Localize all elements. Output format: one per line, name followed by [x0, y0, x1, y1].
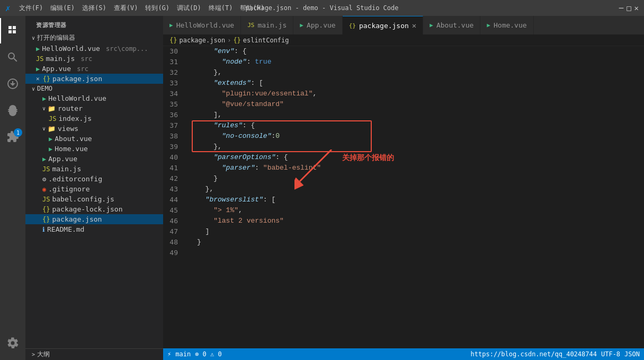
tree-babelconfig[interactable]: JS babel.config.js [25, 194, 163, 204]
tree-aboutvue[interactable]: ▶ About.vue [25, 134, 163, 144]
tab-packagejson-label: package.json [359, 22, 409, 30]
menu-bar[interactable]: 文件(F) 编辑(E) 选择(S) 查看(V) 转到(G) 调试(D) 终端(T… [19, 4, 265, 13]
status-url: https://blog.csdn.net/qq_40248744 [471, 350, 597, 358]
line-num-46: 46 [163, 216, 184, 226]
breadcrumb: {} package.json › {} eslintConfig [163, 34, 644, 46]
tab-aboutvue[interactable]: ▶ About.vue [423, 16, 480, 34]
title-bar: ✗ 文件(F) 编辑(E) 选择(S) 查看(V) 转到(G) 调试(D) 终端… [0, 0, 644, 16]
tree-views[interactable]: ∨ 📁 views [25, 124, 163, 134]
tab-close-packagejson[interactable]: ✕ [412, 21, 416, 30]
line-num-44: 44 [163, 195, 184, 205]
open-file-helloworld[interactable]: ▶ HelloWorld.vue src\comp... [25, 43, 163, 54]
code-line-41: "parser": "babel-eslint" [197, 163, 636, 173]
tree-indexjs[interactable]: JS index.js [25, 113, 163, 124]
tree-mainjs-label: main.js [52, 165, 81, 173]
tree-homevue-label: Home.vue [55, 145, 88, 153]
json-icon-pkg: {} [43, 75, 50, 83]
tree-editorconfig[interactable]: ⚙ .editorconfig [25, 174, 163, 184]
breadcrumb-json-icon2: {} [233, 37, 240, 44]
open-file-mainjs[interactable]: JS main.js src [25, 54, 163, 64]
tab-homevue[interactable]: ▶ Home.vue [480, 16, 533, 34]
tree-helloworld-label: HelloWorld.vue [48, 94, 106, 102]
tab-packagejson[interactable]: {} package.json ✕ [343, 16, 424, 34]
tree-mainjs[interactable]: JS main.js [25, 164, 163, 174]
code-line-40: "parserOptions": { [197, 152, 636, 163]
code-line-44: "browserslist": [ [197, 195, 636, 205]
vue-icon-app2: ▶ [42, 155, 46, 163]
menu-goto[interactable]: 转到(G) [145, 4, 169, 13]
tab-vue-icon-app: ▶ [300, 22, 303, 29]
js-icon-index: JS [49, 115, 56, 122]
close-button[interactable]: ✕ [634, 4, 639, 12]
activity-bar: 1 [0, 16, 25, 360]
open-file-packagejson-name: package.json [52, 75, 102, 83]
views-chevron: ∨ [42, 126, 46, 131]
tree-packagelockjson-label: package-lock.json [52, 205, 122, 213]
tab-appvue[interactable]: ▶ App.vue [293, 16, 342, 34]
breadcrumb-file[interactable]: package.json [179, 37, 225, 44]
line-num-42: 42 [163, 173, 184, 184]
code-line-36: ], [197, 110, 636, 120]
line-num-38: 38 [163, 131, 184, 142]
json-icon-pkg2: {} [42, 216, 50, 223]
vscode-icon: ✗ [5, 3, 11, 13]
tab-aboutvue-label: About.vue [436, 21, 473, 29]
tab-mainjs[interactable]: JS main.js [241, 16, 293, 34]
tree-homevue[interactable]: ▶ Home.vue [25, 144, 163, 154]
activity-git[interactable] [0, 71, 25, 96]
vue-icon-about: ▶ [49, 135, 52, 143]
menu-view[interactable]: 查看(V) [114, 4, 138, 13]
project-section[interactable]: ∨ DEMO [25, 84, 163, 93]
tree-helloworld[interactable]: ▶ HelloWorld.vue [25, 93, 163, 103]
tree-gitignore-label: .gitignore [48, 185, 90, 193]
code-line-33: "extends": [ [197, 78, 636, 89]
tree-router[interactable]: ∨ 📁 router [25, 103, 163, 113]
close-icon-pkg[interactable]: ✕ [36, 75, 40, 82]
line-num-48: 48 [163, 237, 184, 248]
line-num-39: 39 [163, 142, 184, 152]
activity-settings[interactable] [0, 330, 25, 356]
tab-vue-icon-home: ▶ [487, 22, 490, 29]
activity-extensions[interactable]: 1 [0, 124, 25, 150]
menu-select[interactable]: 选择(S) [82, 4, 106, 13]
tab-helloworld[interactable]: ▶ HelloWorld.vue [163, 16, 241, 34]
open-file-appvue[interactable]: ▶ App.vue src [25, 64, 163, 74]
tab-appvue-label: App.vue [307, 21, 336, 29]
js-icon-babel: JS [42, 196, 50, 203]
menu-debug[interactable]: 调试(D) [177, 4, 201, 13]
line-num-30: 30 [163, 46, 184, 57]
menu-edit[interactable]: 编辑(E) [50, 4, 75, 13]
minimize-button[interactable]: ─ [619, 4, 623, 12]
menu-terminal[interactable]: 终端(T) [209, 4, 233, 13]
maximize-button[interactable]: □ [627, 4, 631, 12]
activity-search[interactable] [0, 45, 25, 70]
activity-explorer[interactable] [0, 18, 25, 43]
open-file-helloworld-path: src\comp... [102, 45, 148, 52]
outline-label: 大纲 [37, 350, 50, 359]
menu-file[interactable]: 文件(F) [19, 4, 43, 13]
activity-debug[interactable] [0, 98, 25, 123]
status-encoding: UTF-8 [601, 350, 620, 358]
tree-packagejson[interactable]: {} package.json [25, 214, 163, 224]
line-num-31: 31 [163, 57, 184, 67]
config-icon-editor: ⚙ [42, 175, 46, 183]
tab-homevue-label: Home.vue [494, 21, 527, 29]
tree-gitignore[interactable]: ◉ .gitignore [25, 184, 163, 194]
open-file-packagejson[interactable]: ✕ {} package.json [25, 74, 163, 84]
open-editors-label: 打开的编辑器 [37, 33, 75, 42]
code-area[interactable]: "env": { "node": true }, "extends": [ [189, 46, 644, 348]
line-num-45: 45 [163, 205, 184, 216]
open-editors-section[interactable]: ∨ 打开的编辑器 [25, 32, 163, 43]
outline-section[interactable]: > 大纲 [25, 348, 163, 360]
window-title: package.json - demo - Visual Studio Code [246, 4, 399, 12]
tree-appvue[interactable]: ▶ App.vue [25, 154, 163, 164]
tree-router-label: router [58, 104, 83, 112]
status-left: ⚡ main ⊗ 0 ⚠ 0 [167, 350, 222, 358]
open-file-helloworld-name: HelloWorld.vue [42, 45, 100, 52]
js-icon: JS [36, 55, 43, 63]
code-line-45: "> 1%", [197, 205, 636, 216]
tree-packagelockjson[interactable]: {} package-lock.json [25, 204, 163, 214]
breadcrumb-section[interactable]: eslintConfig [243, 37, 289, 44]
tree-indexjs-label: index.js [58, 115, 92, 122]
tree-readme[interactable]: ℹ README.md [25, 224, 163, 234]
